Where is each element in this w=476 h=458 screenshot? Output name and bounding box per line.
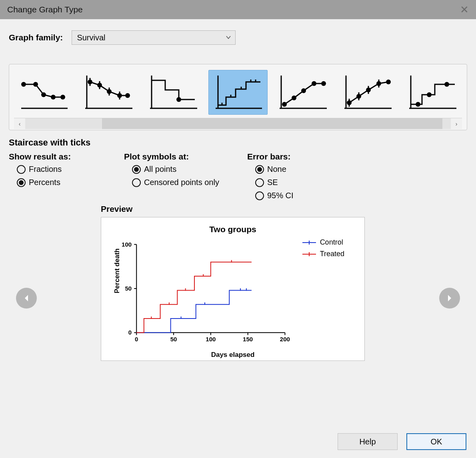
radio-icon <box>255 165 264 174</box>
graph-type-thumb-4[interactable] <box>208 70 268 115</box>
radio-icon <box>255 191 264 200</box>
graph-family-label: Graph family: <box>9 33 63 42</box>
radio-icon <box>132 178 141 187</box>
legend-label: Treated <box>320 250 344 258</box>
radio-label: 95% CI <box>267 191 294 200</box>
radio-label: Percents <box>29 178 60 187</box>
radio-icon <box>17 165 26 174</box>
preview-chart-title: Two groups <box>108 225 357 234</box>
svg-point-48 <box>427 92 432 97</box>
preview-label: Preview <box>101 204 467 214</box>
button-label: Help <box>359 437 376 446</box>
legend-label: Control <box>320 238 343 247</box>
scroll-left-button[interactable]: ‹ <box>14 118 25 129</box>
radio-label: SE <box>267 178 278 187</box>
graph-type-thumb-1[interactable] <box>14 70 73 115</box>
selected-type-name: Staircase with ticks <box>9 137 467 148</box>
legend-control: Control <box>302 238 344 247</box>
preview-legend: Control Treated <box>302 238 344 261</box>
graph-type-thumb-5[interactable] <box>273 70 332 115</box>
preview-frame: Two groups Percent death Control Treated… <box>101 217 365 361</box>
svg-text:200: 200 <box>280 336 290 343</box>
svg-point-42 <box>366 88 371 92</box>
graph-type-thumb-3[interactable] <box>144 70 203 115</box>
error-bars-ci[interactable]: 95% CI <box>255 191 367 200</box>
svg-point-29 <box>282 102 287 107</box>
svg-point-41 <box>356 94 361 99</box>
preview-prev-button[interactable] <box>16 288 37 309</box>
svg-point-49 <box>444 82 449 87</box>
svg-text:50: 50 <box>125 285 132 292</box>
svg-text:150: 150 <box>243 336 253 343</box>
svg-point-32 <box>312 81 316 86</box>
plot-symbols-label: Plot symbols at: <box>124 152 244 161</box>
window-title: Change Graph Type <box>7 5 83 14</box>
svg-point-16 <box>125 93 130 98</box>
svg-point-4 <box>51 95 56 100</box>
error-bars-se[interactable]: SE <box>255 178 367 187</box>
radio-label: All points <box>144 165 176 174</box>
scroll-track[interactable] <box>25 118 451 129</box>
svg-point-31 <box>301 88 306 93</box>
svg-point-3 <box>41 92 46 97</box>
show-as-fractions[interactable]: Fractions <box>17 165 121 174</box>
radio-icon <box>17 178 26 187</box>
svg-point-14 <box>107 89 112 94</box>
radio-label: Fractions <box>29 165 62 174</box>
graph-type-gallery: ‹ › <box>9 64 467 130</box>
show-as-percents[interactable]: Percents <box>17 178 121 187</box>
svg-point-12 <box>88 80 92 84</box>
svg-text:0: 0 <box>135 336 138 343</box>
scroll-thumb[interactable] <box>102 118 442 129</box>
ok-button[interactable]: OK <box>406 433 466 450</box>
svg-point-44 <box>386 80 391 84</box>
svg-text:100: 100 <box>122 241 132 248</box>
radio-icon <box>132 165 141 174</box>
plot-symbols-censored[interactable]: Censored points only <box>132 178 244 187</box>
graph-type-thumb-6[interactable] <box>338 70 397 115</box>
svg-point-47 <box>416 102 420 107</box>
svg-point-5 <box>60 95 65 100</box>
graph-type-thumb-7[interactable] <box>403 70 462 115</box>
radio-label: Censored points only <box>144 178 219 187</box>
svg-point-15 <box>117 93 122 98</box>
svg-text:0: 0 <box>128 329 132 336</box>
svg-point-40 <box>347 100 352 105</box>
svg-point-33 <box>321 81 326 86</box>
svg-point-19 <box>176 97 181 102</box>
gallery-scrollbar[interactable]: ‹ › <box>14 118 462 129</box>
svg-point-43 <box>376 81 381 86</box>
scroll-right-button[interactable]: › <box>451 118 462 129</box>
preview-ylabel: Percent death <box>113 249 121 293</box>
plot-symbols-all[interactable]: All points <box>132 165 244 174</box>
legend-swatch-icon <box>302 242 316 243</box>
help-button[interactable]: Help <box>338 433 398 450</box>
radio-label: None <box>267 165 286 174</box>
svg-point-2 <box>33 82 38 87</box>
show-as-label: Show result as: <box>9 152 121 161</box>
preview-xlabel: Days elapsed <box>108 351 357 359</box>
svg-text:50: 50 <box>170 336 177 343</box>
graph-family-select[interactable]: Survival <box>72 30 236 45</box>
radio-icon <box>255 178 264 187</box>
svg-point-13 <box>97 83 102 88</box>
svg-point-1 <box>21 82 26 87</box>
graph-family-value: Survival <box>77 33 105 42</box>
titlebar: Change Graph Type ✕ <box>0 0 476 19</box>
svg-text:100: 100 <box>206 336 216 343</box>
close-icon[interactable]: ✕ <box>460 4 469 16</box>
svg-point-30 <box>292 96 296 100</box>
graph-type-thumb-2[interactable] <box>79 70 138 115</box>
legend-swatch-icon <box>302 254 316 255</box>
preview-next-button[interactable] <box>439 288 460 309</box>
button-label: OK <box>431 437 442 446</box>
error-bars-label: Error bars: <box>247 152 367 161</box>
chevron-down-icon <box>226 33 231 42</box>
legend-treated: Treated <box>302 250 344 258</box>
error-bars-none[interactable]: None <box>255 165 367 174</box>
